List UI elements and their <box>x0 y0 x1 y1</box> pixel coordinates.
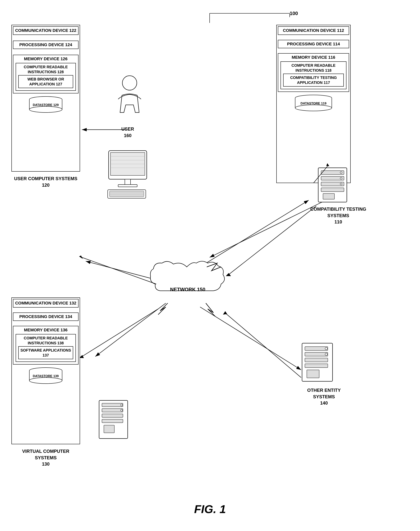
svg-text:DATASTORE 119: DATASTORE 119 <box>300 102 326 105</box>
app-117-label: COMPATIBILITY TESTING APPLICATION 117 <box>290 76 337 85</box>
svg-line-26 <box>86 261 158 280</box>
memory-device-126: MEMORY DEVICE 126 COMPUTER READABLE INST… <box>13 55 78 94</box>
virtual-computer-server-icon <box>95 398 133 440</box>
svg-point-88 <box>121 404 122 406</box>
processing-device-114: PROCESSING DEVICE 114 <box>278 40 349 48</box>
processing-device-124-label: PROCESSING DEVICE 124 <box>19 42 72 47</box>
user-computer-figure <box>105 149 152 202</box>
user-computer-systems-box: COMMUNICATION DEVICE 122 PROCESSING DEVI… <box>11 25 80 172</box>
virtual-computer-systems-label: VIRTUAL COMPUTER SYSTEMS 130 <box>11 448 80 467</box>
cri-128-label: COMPUTER READABLE INSTRUCTIONS 128 <box>24 65 68 74</box>
svg-rect-85 <box>102 414 123 417</box>
processing-device-134-label: PROCESSING DEVICE 134 <box>19 314 72 319</box>
svg-point-65 <box>340 183 342 185</box>
cri-118: COMPUTER READABLE INSTRUCTIONS 118 COMPA… <box>281 62 346 89</box>
comm-device-132: COMMUNICATION DEVICE 132 <box>13 299 78 308</box>
svg-point-97 <box>325 353 327 355</box>
diagram-container: 100 <box>0 0 420 531</box>
svg-text:DATASTORE 129: DATASTORE 129 <box>33 103 59 107</box>
svg-marker-71 <box>226 273 231 276</box>
svg-rect-93 <box>305 358 328 362</box>
cri-138-label: COMPUTER READABLE INSTRUCTIONS 138 <box>24 336 68 345</box>
memory-device-116-label: MEMORY DEVICE 116 <box>292 55 335 60</box>
other-entity-server-icon <box>297 341 339 383</box>
memory-device-136-label: MEMORY DEVICE 136 <box>24 328 68 332</box>
network-label: NETWORK 150 <box>164 286 211 293</box>
comm-device-112: COMMUNICATION DEVICE 112 <box>278 26 349 35</box>
memory-device-126-label: MEMORY DEVICE 126 <box>24 56 68 61</box>
app-137: SOFTWARE APPLICATIONS 137 <box>18 346 73 359</box>
compat-testing-server-label: COMPATIBILITY TESTING SYSTEMS 110 <box>305 206 372 225</box>
svg-rect-46 <box>118 185 137 187</box>
datastore-119: DATASTORE 119 <box>294 94 332 112</box>
svg-point-36 <box>29 106 62 112</box>
user-figure <box>112 74 147 124</box>
comm-device-112-label: COMMUNICATION DEVICE 112 <box>283 28 344 33</box>
cri-118-label: COMPUTER READABLE INSTRUCTIONS 118 <box>291 63 335 72</box>
svg-point-38 <box>122 76 137 90</box>
other-entity-systems-label: OTHER ENTITY SYSTEMS 140 <box>297 387 351 406</box>
svg-point-96 <box>325 347 327 350</box>
svg-rect-84 <box>102 409 123 412</box>
comm-device-122: COMMUNICATION DEVICE 122 <box>13 26 78 35</box>
svg-rect-61 <box>321 188 344 192</box>
svg-point-80 <box>29 377 62 384</box>
processing-device-124: PROCESSING DEVICE 124 <box>13 41 78 49</box>
svg-text:DATASTORE 139: DATASTORE 139 <box>33 374 59 378</box>
svg-rect-95 <box>307 370 319 378</box>
datastore-129: DATASTORE 129 <box>29 96 63 114</box>
svg-marker-67 <box>79 255 83 259</box>
memory-device-136: MEMORY DEVICE 136 COMPUTER READABLE INST… <box>13 326 78 365</box>
svg-rect-94 <box>305 364 328 368</box>
virtual-computer-systems-box: COMMUNICATION DEVICE 132 PROCESSING DEVI… <box>11 297 80 444</box>
app-117: COMPATIBILITY TESTING APPLICATION 117 <box>283 74 344 87</box>
svg-rect-48 <box>110 191 144 197</box>
compat-testing-server-icon <box>313 166 354 204</box>
user-label: USER 160 <box>110 126 145 139</box>
svg-line-66 <box>82 257 156 284</box>
network-cloud <box>149 255 225 313</box>
svg-point-64 <box>340 177 342 179</box>
svg-line-70 <box>229 206 316 275</box>
processing-device-134: PROCESSING DEVICE 134 <box>13 312 78 321</box>
user-computer-systems-label: USER COMPUTER SYSTEMS 120 <box>11 175 80 188</box>
figure-label: FIG. 1 <box>181 503 239 516</box>
svg-line-74 <box>225 313 301 377</box>
app-127-label: WEB BROWSER OR APPLICATION 127 <box>28 77 64 86</box>
compatibility-testing-systems-box: COMMUNICATION DEVICE 112 PROCESSING DEVI… <box>276 25 351 183</box>
svg-point-55 <box>295 105 332 111</box>
svg-rect-45 <box>125 179 131 185</box>
cri-138: COMPUTER READABLE INSTRUCTIONS 138 SOFTW… <box>16 334 76 362</box>
app-137-label: SOFTWARE APPLICATIONS 137 <box>20 348 71 357</box>
svg-rect-83 <box>102 403 123 407</box>
app-127: WEB BROWSER OR APPLICATION 127 <box>18 75 73 88</box>
memory-device-116: MEMORY DEVICE 116 COMPUTER READABLE INST… <box>278 53 349 92</box>
svg-point-63 <box>340 172 342 173</box>
svg-rect-91 <box>305 347 328 350</box>
svg-rect-62 <box>323 193 334 199</box>
svg-point-89 <box>121 409 122 411</box>
ref-100-label: 100 <box>290 11 298 16</box>
datastore-139: DATASTORE 139 <box>29 367 63 385</box>
processing-device-114-label: PROCESSING DEVICE 114 <box>287 42 340 46</box>
svg-line-29 <box>200 307 301 370</box>
svg-rect-92 <box>305 352 328 356</box>
comm-device-132-label: COMMUNICATION DEVICE 132 <box>15 301 76 305</box>
svg-rect-86 <box>102 419 123 423</box>
cri-128: COMPUTER READABLE INSTRUCTIONS 128 WEB B… <box>16 63 76 91</box>
comm-device-122-label: COMMUNICATION DEVICE 122 <box>15 28 76 33</box>
svg-rect-87 <box>104 425 114 433</box>
svg-line-72 <box>82 309 158 357</box>
